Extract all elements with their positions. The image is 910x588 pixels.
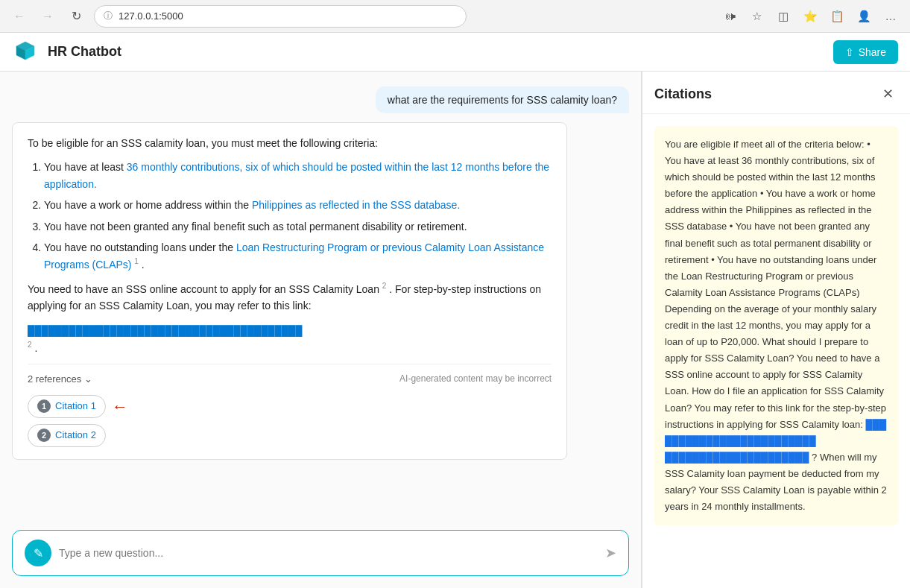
header-right: ⇧ Share — [833, 40, 898, 64]
bot-intro: To be eligible for an SSS calamity loan,… — [28, 135, 552, 151]
criteria-link-2[interactable]: Philippines as reflected in the SSS data… — [252, 199, 460, 211]
criteria-item-1: You have at least 36 monthly contributio… — [44, 159, 552, 192]
bot-link-container: ████████████████████████████████████████ — [28, 322, 552, 339]
chat-area: what are the requirements for SSS calami… — [0, 72, 642, 588]
collections-button[interactable]: 📋 — [827, 6, 847, 27]
read-aloud-button[interactable]: 🕪 — [719, 6, 740, 27]
user-message-text: what are the requirements for SSS calami… — [388, 94, 617, 106]
citation-num-1: 1 — [37, 399, 51, 413]
citation-chip-2[interactable]: 2 Citation 2 — [28, 424, 106, 447]
chat-input-area: ✎ ➤ — [0, 522, 641, 588]
criteria-list: You have at least 36 monthly contributio… — [28, 159, 552, 273]
criteria-item-4: You have no outstanding loans under the … — [44, 239, 552, 273]
citation-num-2: 2 — [37, 429, 51, 442]
chat-input-icon: ✎ — [25, 540, 51, 566]
bot-note: You need to have an SSS online account t… — [28, 280, 552, 314]
references-toggle[interactable]: 2 references ⌄ — [28, 373, 92, 385]
criteria-item-3: You have not been granted any final bene… — [44, 218, 552, 235]
app-header: HR Chatbot ⇧ Share — [0, 33, 910, 72]
forward-button[interactable]: → — [37, 6, 58, 27]
citations-panel-title: Citations — [654, 86, 712, 102]
citation-block: You are eligible if meet all of the crit… — [654, 126, 898, 525]
app-title: HR Chatbot — [48, 44, 121, 60]
citation-chip-1[interactable]: 1 Citation 1 — [28, 395, 106, 418]
bot-footnote: 2 . — [28, 339, 552, 356]
url-text: 127.0.0.1:5000 — [119, 10, 183, 22]
browser-actions: 🕪 ☆ ◫ ⭐ 📋 👤 … — [719, 6, 901, 27]
citation-chips: 1 Citation 1 ← 2 Citation 2 — [28, 393, 552, 447]
favorites-bar-button[interactable]: ⭐ — [800, 6, 821, 27]
send-button[interactable]: ➤ — [605, 545, 616, 561]
share-icon: ⇧ — [845, 46, 854, 58]
criteria-link-4[interactable]: Loan Restructuring Program or previous C… — [44, 241, 544, 271]
lock-icon: ⓘ — [104, 10, 113, 22]
citation-2-row: 2 Citation 2 — [28, 424, 552, 447]
ai-disclaimer: AI-generated content may be incorrect — [399, 372, 552, 386]
logo-icon — [13, 40, 37, 64]
back-button[interactable]: ← — [9, 6, 30, 27]
chat-input-wrapper: ✎ ➤ — [12, 530, 629, 576]
red-arrow-icon: ← — [112, 393, 128, 420]
bot-message: To be eligible for an SSS calamity loan,… — [12, 122, 567, 460]
chat-input[interactable] — [59, 547, 598, 559]
citation-text-1: You are eligible if meet all of the crit… — [665, 139, 886, 430]
citation-label-1: Citation 1 — [55, 399, 96, 414]
profile-button[interactable]: 👤 — [853, 6, 874, 27]
user-message: what are the requirements for SSS calami… — [376, 86, 629, 113]
citations-header: Citations ✕ — [642, 72, 910, 114]
bot-link-1[interactable]: ████████████████████████████████████████ — [28, 325, 302, 336]
split-screen-button[interactable]: ◫ — [773, 6, 794, 27]
citations-content: You are eligible if meet all of the crit… — [642, 114, 910, 588]
citation-1-row: 1 Citation 1 ← — [28, 393, 552, 420]
criteria-item-2: You have a work or home address within t… — [44, 197, 552, 213]
url-bar[interactable]: ⓘ 127.0.0.1:5000 — [94, 5, 467, 28]
references-label: 2 references — [28, 373, 81, 385]
chat-messages: what are the requirements for SSS calami… — [0, 72, 641, 522]
more-button[interactable]: … — [880, 6, 901, 27]
criteria-link-1[interactable]: 36 monthly contributions, six of which s… — [44, 161, 549, 189]
citation-label-2: Citation 2 — [55, 428, 96, 443]
share-button[interactable]: ⇧ Share — [833, 40, 898, 64]
pen-icon: ✎ — [34, 546, 43, 560]
citation-link-2[interactable]: █████████████████████ — [665, 452, 809, 463]
chevron-down-icon: ⌄ — [84, 373, 92, 385]
browser-bar: ← → ↻ ⓘ 127.0.0.1:5000 🕪 ☆ ◫ ⭐ 📋 👤 … — [0, 0, 910, 33]
reload-button[interactable]: ↻ — [66, 6, 86, 27]
share-label: Share — [859, 46, 886, 58]
citations-panel: Citations ✕ You are eligible if meet all… — [642, 72, 910, 588]
favorites-button[interactable]: ☆ — [746, 6, 767, 27]
main-layout: what are the requirements for SSS calami… — [0, 72, 910, 588]
close-citations-button[interactable]: ✕ — [877, 83, 898, 104]
send-icon: ➤ — [605, 545, 616, 561]
app-logo — [12, 39, 39, 66]
references-bar: 2 references ⌄ AI-generated content may … — [28, 364, 552, 386]
